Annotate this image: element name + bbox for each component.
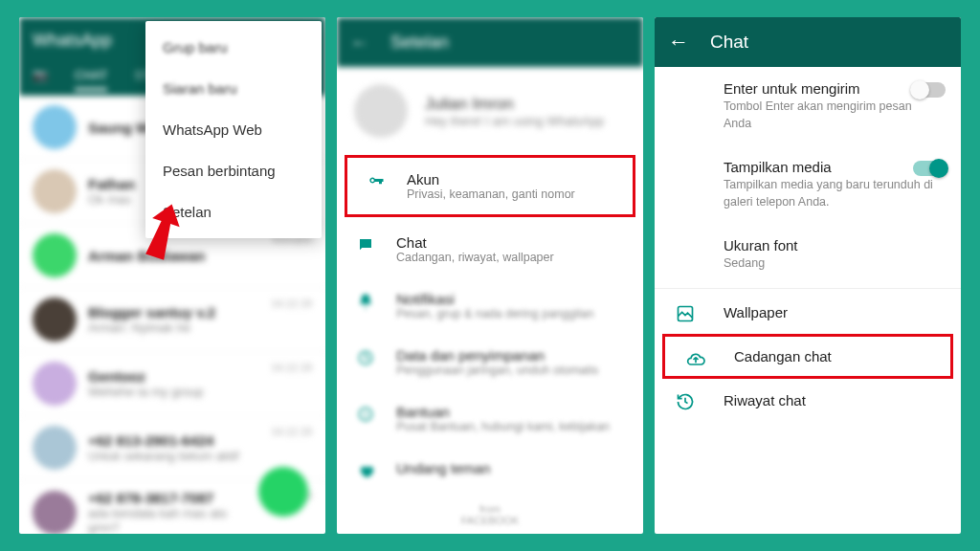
chat-row[interactable]: Blogger santuy v.2Arman: Nyimak he14.12.… [19,288,325,352]
settings-help[interactable]: ? BantuanPusat Bantuan, hubungi kami, ke… [337,390,643,447]
profile-name: Julian Imron [425,95,604,114]
panel-chat-settings: ← Chat Enter untuk mengirim Tombol Enter… [655,17,961,534]
avatar [354,84,408,138]
settings-notifications[interactable]: NotifikasiPesan, grup & nada dering pang… [337,277,643,334]
setting-wallpaper[interactable]: Wallpaper [655,291,961,334]
settings-chat[interactable]: ChatCadangan, riwayat, wallpaper [337,221,643,277]
toggle-show-media[interactable] [913,161,946,176]
setting-enter-send[interactable]: Enter untuk mengirim Tombol Enter akan m… [655,67,961,145]
tab-camera[interactable]: 📷 [33,68,48,91]
setting-chat-backup[interactable]: Cadangan chat [665,337,950,376]
history-icon [676,392,697,413]
profile-status: Hey there! I am using WhatsApp [425,114,604,128]
wallpaper-icon [676,304,697,325]
bell-icon [356,293,375,310]
menu-new-group[interactable]: Grup baru [145,27,322,68]
setting-show-media[interactable]: Tampilkan media Tampilkan media yang bar… [655,145,961,224]
settings-title: Setelan [390,33,449,53]
settings-account[interactable]: AkunPrivasi, keamanan, ganti nomor [347,158,633,214]
avatar [33,105,77,149]
chat-row[interactable]: GentoozWehehe ta my group14.12.19 [19,352,325,416]
tab-chat[interactable]: CHAT [75,68,107,91]
avatar [33,426,77,470]
chat-icon [356,236,375,253]
back-icon[interactable]: ← [350,32,369,54]
setting-font-size[interactable]: Ukuran font Sedang [655,224,961,286]
back-icon[interactable]: ← [668,30,689,55]
new-chat-fab[interactable] [258,467,308,517]
panel-settings: ← Setelan Julian Imron Hey there! I am u… [337,17,643,534]
settings-invite[interactable]: Undang teman [337,447,643,493]
toggle-enter-send[interactable] [913,82,946,98]
settings-header: ← Setelan [337,17,643,67]
cloud-up-icon [686,350,707,371]
data-icon [356,349,375,366]
panel-chat-list: WhatsApp 📷 CHAT STATUS Saung W FathanOk … [19,17,325,534]
profile-row[interactable]: Julian Imron Hey there! I am using Whats… [337,67,643,155]
svg-marker-0 [141,200,182,261]
avatar [33,298,77,342]
chat-settings-header: ← Chat [655,17,961,67]
avatar [33,169,77,213]
highlight-box: AkunPrivasi, keamanan, ganti nomor [345,155,635,217]
svg-text:?: ? [363,409,368,420]
setting-chat-history[interactable]: Riwayat chat [655,379,961,422]
menu-whatsapp-web[interactable]: WhatsApp Web [145,109,322,150]
invite-icon [356,462,375,479]
avatar [33,362,77,406]
settings-footer: from FACEBOOK [337,503,643,526]
help-icon: ? [356,406,375,423]
avatar [33,233,77,277]
avatar [33,491,77,535]
settings-data[interactable]: Data dan penyimpananPenggunaan jaringan,… [337,334,643,390]
highlight-box: Cadangan chat [662,334,953,379]
chat-settings-title: Chat [710,32,748,53]
menu-new-broadcast[interactable]: Siaran baru [145,68,322,109]
key-icon [367,173,386,190]
arrow-icon [124,199,182,266]
divider [655,288,961,289]
menu-starred[interactable]: Pesan berbintang [145,150,322,191]
